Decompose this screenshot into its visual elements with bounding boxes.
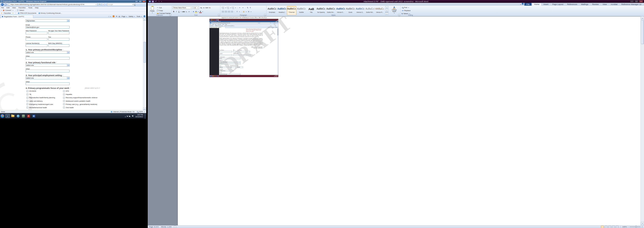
email-field[interactable]: rbarnes@cdc.gov [26,26,70,28]
checkbox[interactable] [26,97,28,99]
word-count[interactable]: Words: 1,103 [161,226,171,228]
browser-tab[interactable]: Registration Form - CA PTC [1,15,33,18]
ribbon-tab[interactable]: Insert [542,3,550,6]
ribbon-tab[interactable]: File [524,3,532,6]
checkbox[interactable] [63,107,65,108]
taskbar-word-button[interactable] [32,114,36,118]
menu-item[interactable]: View [12,7,16,9]
birthday-field[interactable] [48,44,70,47]
zoom-level[interactable]: 140% [622,226,626,228]
add-favorite-icon[interactable] [12,12,14,14]
style-item[interactable]: AaBbCc. Subtitle [297,6,306,15]
taskbar-ie-button[interactable] [6,114,10,118]
multilevel-list-button[interactable] [232,7,234,9]
font-name-combo[interactable]: Times New Rom [172,6,192,9]
favorites-bar-item[interactable]: PRA ICR Documents [18,12,36,14]
dropdown-arrow-icon[interactable] [67,19,70,22]
maximize-button[interactable] [138,0,142,2]
dropdown-arrow-icon[interactable] [67,64,70,66]
ribbon-tab[interactable]: Review [590,3,601,6]
increase-indent-button[interactable] [242,6,244,9]
convert-dropdown-icon[interactable] [12,9,14,11]
network-icon[interactable] [129,115,131,117]
taskbar-clock[interactable]: 3:57 PM 10/12/2012 [135,114,143,118]
redo-icon[interactable] [158,0,160,2]
checkbox[interactable] [26,103,28,105]
address-dropdown-icon[interactable] [95,4,97,5]
refresh-button[interactable] [98,3,101,6]
functional-role-select[interactable]: select one [26,64,70,66]
page-indicator[interactable]: Page: 8 of 8 [149,226,158,228]
menu-item[interactable]: Favorites [18,7,26,9]
minimize-button[interactable] [135,0,138,2]
superscript-button[interactable] [188,10,190,13]
font-color-dropdown-icon[interactable] [202,11,204,12]
checkbox[interactable] [63,97,65,99]
ribbon-tab[interactable]: Mailings [579,3,590,6]
style-item[interactable]: AaBbCcDc Subtle Em... [326,6,336,15]
find-button[interactable]: Find [402,6,410,8]
feeds-icon[interactable] [113,15,114,17]
qat-customize-icon[interactable] [161,1,162,2]
license-field[interactable] [26,44,48,47]
menu-item[interactable]: Edit [6,7,10,9]
checkbox[interactable] [63,90,65,92]
web-layout-view-button[interactable] [608,226,611,228]
scrollbar-thumb[interactable] [144,42,146,63]
restore-button[interactable] [634,0,638,2]
align-left-button[interactable] [222,11,224,13]
stop-button[interactable] [102,3,105,6]
align-right-button[interactable] [228,11,230,13]
justify-button[interactable] [231,11,234,13]
ie-titlebar[interactable]: Registration Form - CA PTC - Windows Int… [0,0,146,2]
scroll-up-button[interactable] [641,16,644,19]
underline-dropdown-icon[interactable] [180,11,182,12]
cut-button[interactable]: Cut [157,7,162,9]
shrink-font-button[interactable] [202,6,205,9]
style-item[interactable]: AaBbCcI Intense E... [336,6,345,15]
fullscreen-view-button[interactable] [604,226,608,228]
font-size-combo[interactable]: 12 [194,6,199,9]
checkbox[interactable] [26,94,28,95]
show-hidden-icons-button[interactable] [125,114,126,118]
dropdown-arrow-icon[interactable] [67,77,70,79]
favorites-button[interactable]: Favorites [4,12,11,14]
style-item[interactable]: AABbCc, Intense R... [375,6,384,15]
search-box[interactable]: Google [107,3,135,6]
numbering-button[interactable] [227,7,229,9]
decrease-indent-button[interactable] [239,6,241,9]
grow-font-button[interactable] [200,6,202,9]
ribbon-tab[interactable]: Home [532,3,542,6]
chevron-down-icon[interactable] [197,7,198,8]
close-button[interactable] [142,0,146,2]
checkbox[interactable] [26,107,28,108]
subscript-button[interactable] [185,10,188,13]
word-titlebar[interactable]: Attachment 5 PIF - OMB Approved until 20… [148,0,644,3]
other3-field[interactable] [26,83,70,85]
checkbox[interactable] [63,103,65,105]
highlight-dropdown-icon[interactable] [198,11,199,12]
style-item[interactable]: AaBbCcI Emphasis [268,6,277,15]
gallery-scroll-up-button[interactable] [385,6,388,9]
bold-button[interactable] [172,10,175,13]
font-color-button[interactable] [199,10,202,13]
other2-field[interactable] [26,70,70,72]
paragraph-dialog-launcher[interactable] [264,14,266,16]
country-select[interactable]: Afghanistan [26,19,70,22]
format-painter-button[interactable]: Format Painter [157,12,171,14]
text-effects-button[interactable] [192,10,195,13]
scroll-up-button[interactable] [143,18,146,21]
taskbar-mediaplayer-button[interactable] [16,114,20,118]
clear-formatting-button[interactable] [208,6,211,9]
phone-field[interactable] [26,38,48,41]
show-formatting-marks-button[interactable] [249,6,252,9]
employment-setting-select[interactable]: select one [26,77,70,79]
checkbox[interactable] [63,100,65,102]
scroll-down-button[interactable] [143,108,146,110]
zoom-slider-thumb[interactable] [636,226,636,228]
zoom-slider[interactable] [630,227,641,227]
minimize-ribbon-icon[interactable] [520,2,521,6]
style-item[interactable]: AaBbCcI Quote [346,6,355,15]
checkbox[interactable] [26,90,28,92]
draft-view-button[interactable] [616,226,618,228]
